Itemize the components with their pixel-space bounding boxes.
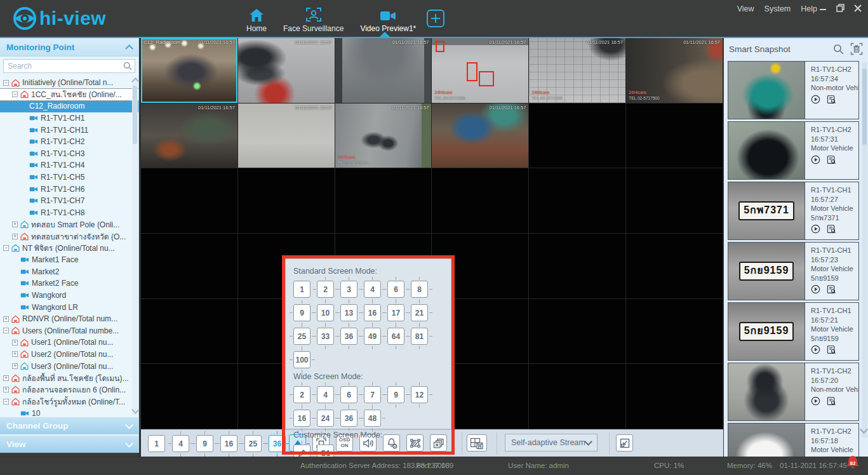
tree-item[interactable]: Market2 <box>0 266 138 278</box>
tree-item[interactable]: R1-TV1-CH7 <box>0 195 138 207</box>
scrollbar-thumb[interactable] <box>862 69 867 145</box>
video-cell[interactable] <box>432 168 529 234</box>
screen-mode-button[interactable]: 21 <box>411 304 428 321</box>
save-view-button[interactable] <box>467 434 487 452</box>
tab-face-surveillance[interactable]: Face Surveillance <box>283 7 344 33</box>
snapshot-card[interactable]: R1-TV1-CH2 16:57:20 Non-motor Vehicl <box>728 363 859 421</box>
snapshot-card[interactable]: 5กพ7371 R1-TV1-CH1 16:57:27 Motor Vehicl… <box>728 182 859 240</box>
screen-mode-button[interactable]: 33 <box>317 328 334 345</box>
tree-item[interactable]: Market1 Face <box>0 254 138 266</box>
video-cell[interactable] <box>626 104 723 169</box>
video-cell[interactable] <box>626 299 723 365</box>
play-icon[interactable] <box>811 155 820 164</box>
tree-expander-icon[interactable]: + <box>12 234 18 239</box>
add-tab-button[interactable] <box>427 10 444 27</box>
record-search-icon[interactable] <box>827 345 836 354</box>
tree-item[interactable]: − NT พิจิตร (Online/Total nu... <box>0 242 138 254</box>
tree-item[interactable]: R1-TV1-CH1 <box>0 112 138 124</box>
search-icon[interactable] <box>123 62 132 70</box>
screen-mode-button[interactable]: 4 <box>172 435 189 452</box>
screen-mode-button[interactable]: 16 <box>220 435 237 452</box>
tree-item[interactable]: + ทดสอบ Smart Pole (Onli... <box>0 218 138 231</box>
screen-mode-button[interactable]: 25 <box>244 435 262 452</box>
tree-item[interactable]: R1-TV1-CH5 <box>0 171 138 184</box>
tree-item[interactable]: + User2 (Online/Total nu... <box>0 349 138 361</box>
record-search-icon[interactable] <box>827 95 836 104</box>
video-cell[interactable] <box>626 364 723 429</box>
original-scale-button[interactable] <box>616 434 633 452</box>
tree-item[interactable]: R1-TV1-CH8 <box>0 207 138 219</box>
tree-item[interactable]: R1-TV1-CH6 <box>0 183 138 195</box>
screen-mode-button[interactable]: 100 <box>293 351 310 368</box>
screen-mode-button[interactable]: 6 <box>387 281 404 298</box>
screen-mode-button[interactable]: 64 <box>387 328 404 345</box>
minimize-icon[interactable] <box>819 4 827 12</box>
screen-mode-button[interactable]: 10 <box>317 304 334 321</box>
screen-mode-button[interactable]: 36 <box>340 410 357 427</box>
scroll-up-icon[interactable] <box>131 77 138 86</box>
snapshot-image[interactable]: 5กย9159 <box>728 243 805 300</box>
tree-item[interactable]: 10 <box>0 408 138 416</box>
tree-expander-icon[interactable]: + <box>12 340 18 345</box>
play-icon[interactable] <box>811 396 820 406</box>
screen-mode-button[interactable]: 48 <box>364 410 381 427</box>
video-cell[interactable]: 01/11/2021 16:57 24HicareTEL.02-5717500 <box>432 38 529 104</box>
screen-mode-button[interactable]: 12 <box>411 386 428 403</box>
tree-scrollbar[interactable] <box>132 77 138 415</box>
screen-mode-button[interactable]: 16 <box>293 410 310 427</box>
tree-item[interactable]: + User3 (Online/Total nu... <box>0 360 138 372</box>
record-search-icon[interactable] <box>827 224 836 234</box>
video-cell[interactable]: 01/11/2021 16:57 <box>335 38 432 104</box>
menu-view[interactable]: View <box>737 4 754 13</box>
snapshot-image[interactable] <box>728 424 805 457</box>
tree-item[interactable]: − 1CC_สน.โชคชัย (Online/... <box>0 89 138 101</box>
alarm-notification-button[interactable]: 82 <box>845 455 860 471</box>
screen-mode-button[interactable]: 9 <box>196 435 213 452</box>
record-search-icon[interactable] <box>827 284 836 294</box>
tree-expander-icon[interactable]: + <box>3 316 9 322</box>
snapshot-image[interactable]: 5กพ7371 <box>728 182 805 239</box>
tree-item[interactable]: Wangkord LR <box>0 301 138 313</box>
play-icon[interactable] <box>811 224 820 234</box>
search-icon[interactable] <box>833 44 844 55</box>
snapshot-card[interactable]: R1-TV1-CH2 16:57:18 Motor Vehicle <box>728 423 859 457</box>
screen-mode-button[interactable]: 7 <box>364 386 381 403</box>
tree-item[interactable]: + ทดสอบสาขาต่างจังหวัด (O... <box>0 231 138 243</box>
video-cell[interactable]: 01/11/2021 16:57 <box>432 104 529 169</box>
tab-video-preview[interactable]: Video Preview1* <box>360 10 416 33</box>
tree-item[interactable]: R1-TV1-CH4 <box>0 159 138 171</box>
view-header[interactable]: View <box>0 434 138 453</box>
video-cell[interactable]: 01/11/2021 16:57 <box>238 38 335 104</box>
tree-item[interactable]: Market2 Face <box>0 278 138 290</box>
video-cell[interactable] <box>529 234 626 299</box>
screen-mode-button[interactable]: 16 <box>364 304 381 321</box>
video-cell[interactable] <box>529 364 626 429</box>
video-cell[interactable]: 01/11/2021 16:57 24HicareTEL.02-5717500 <box>529 38 626 104</box>
tree-expander-icon[interactable]: + <box>3 375 9 381</box>
screen-mode-button[interactable]: 4 <box>317 386 334 403</box>
tree-item[interactable]: R1-TV1-CH3 <box>0 148 138 160</box>
video-cell[interactable] <box>626 234 723 299</box>
stream-type-dropdown[interactable]: Self-adaptive Stream <box>505 434 598 452</box>
restore-icon[interactable] <box>836 4 845 12</box>
tree-item[interactable]: + RDNVR (Online/Total num... <box>0 313 138 325</box>
tree-item[interactable]: C12_Radioroom <box>0 100 138 112</box>
tree-item[interactable]: − กล้องโชว์รูมทั้งหมด (Online/T... <box>0 396 138 408</box>
tree-item[interactable]: − Users (Online/Total numbe... <box>0 324 138 337</box>
screen-mode-button[interactable]: 8 <box>411 281 428 298</box>
tree-expander-icon[interactable]: + <box>3 387 9 392</box>
snapshot-card[interactable]: R1-TV1-CH2 16:57:34 Non-motor Vehicl <box>728 61 859 119</box>
screen-mode-button[interactable]: 9 <box>293 304 310 321</box>
video-cell[interactable]: C12_Radioroom 01/11/2021 16:57 <box>141 38 238 104</box>
screen-mode-button[interactable]: 3 <box>340 281 357 298</box>
video-cell[interactable] <box>141 168 238 234</box>
monitoring-point-header[interactable]: Monitoring Point <box>0 38 138 57</box>
snapshot-image[interactable] <box>728 62 805 119</box>
tree-expander-icon[interactable]: + <box>12 351 18 357</box>
video-cell[interactable]: 01/11/2021 16:57 <box>141 104 238 169</box>
screen-mode-button[interactable]: 2 <box>293 386 310 403</box>
record-search-icon[interactable] <box>827 396 836 406</box>
snapshot-image[interactable] <box>728 122 805 179</box>
screen-mode-button[interactable]: 1 <box>293 281 310 298</box>
video-cell[interactable] <box>626 168 723 234</box>
